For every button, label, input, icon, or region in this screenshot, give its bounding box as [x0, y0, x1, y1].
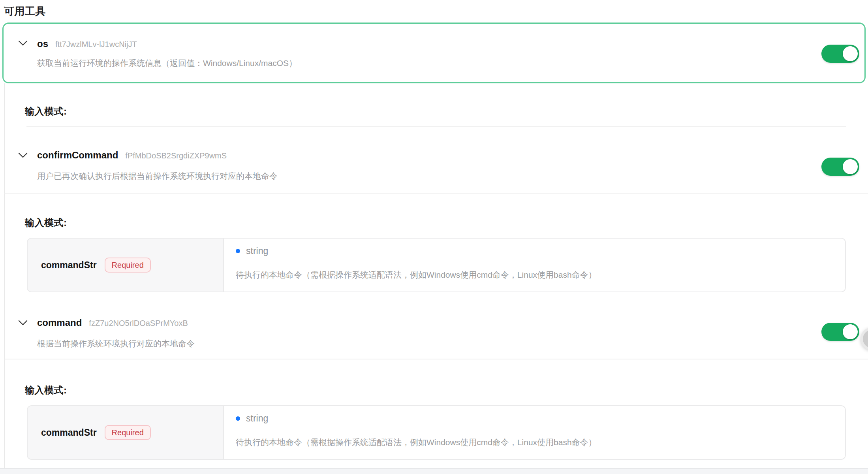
tool-toggle-confirmCommand[interactable]	[821, 158, 859, 176]
section-divider	[4, 193, 868, 194]
param-type-row: string	[236, 412, 834, 424]
param-type: string	[246, 413, 268, 424]
tool-id: fzZ7u2NO5rlDOaSPrMYoxB	[89, 319, 188, 328]
tool-id: ftt7JwzlMLv-lJ1wcNijJT	[55, 40, 137, 49]
tool-description: 获取当前运行环境的操作系统信息（返回值：Windows/Linux/macOS）	[37, 58, 297, 69]
tool-description: 根据当前操作系统环境执行对应的本地命令	[37, 338, 195, 349]
param-description: 待执行的本地命令（需根据操作系统适配语法，例如Windows使用cmd命令，Li…	[236, 269, 834, 280]
tool-name: os	[37, 38, 48, 49]
toggle-knob	[843, 46, 858, 61]
chevron-down-icon[interactable]	[18, 152, 28, 158]
param-name: commandStr	[41, 260, 97, 271]
input-schema-heading: 输入模式:	[25, 105, 67, 118]
toggle-knob	[843, 324, 858, 339]
page-title: 可用工具	[4, 4, 46, 18]
tool-description: 用户已再次确认执行后根据当前操作系统环境执行对应的本地命令	[37, 171, 278, 182]
tool-header-confirmCommand[interactable]: confirmCommand fPfMbDoSB2SrgdiZXP9wmS	[37, 150, 227, 161]
param-table: commandStr Required string 待执行的本地命令（需根据操…	[27, 238, 846, 292]
section-divider	[4, 359, 868, 359]
param-detail-cell: string 待执行的本地命令（需根据操作系统适配语法，例如Windows使用c…	[224, 239, 845, 292]
param-type-row: string	[236, 245, 834, 257]
required-badge: Required	[105, 425, 151, 440]
param-description: 待执行的本地命令（需根据操作系统适配语法，例如Windows使用cmd命令，Li…	[236, 437, 834, 448]
tool-name: command	[37, 317, 82, 328]
type-dot-icon	[236, 416, 240, 421]
tool-toggle-command[interactable]	[821, 323, 859, 341]
tool-name: confirmCommand	[37, 150, 118, 161]
chevron-down-icon[interactable]	[18, 320, 28, 326]
param-name-cell: commandStr Required	[28, 239, 224, 292]
type-dot-icon	[236, 249, 240, 253]
param-type: string	[246, 246, 268, 256]
input-schema-heading: 输入模式:	[25, 384, 67, 397]
floating-scroll-knob[interactable]	[860, 327, 868, 350]
param-name-cell: commandStr Required	[28, 406, 224, 459]
chevron-down-icon[interactable]	[18, 40, 28, 46]
tool-toggle-os[interactable]	[821, 45, 859, 63]
required-badge: Required	[105, 258, 151, 273]
param-detail-cell: string 待执行的本地命令（需根据操作系统适配语法，例如Windows使用c…	[224, 406, 845, 459]
tool-card-os[interactable]	[2, 23, 866, 83]
empty-schema-divider	[26, 126, 846, 127]
param-table: commandStr Required string 待执行的本地命令（需根据操…	[27, 405, 846, 460]
toggle-knob	[843, 159, 858, 174]
tool-header-command[interactable]: command fzZ7u2NO5rlDOaSPrMYoxB	[37, 317, 188, 328]
list-left-border	[4, 83, 5, 468]
input-schema-heading: 输入模式:	[25, 216, 67, 229]
param-name: commandStr	[41, 427, 97, 438]
page-background-strip	[0, 469, 868, 474]
tool-header-os[interactable]: os ftt7JwzlMLv-lJ1wcNijJT	[37, 38, 137, 49]
tool-id: fPfMbDoSB2SrgdiZXP9wmS	[125, 151, 227, 160]
